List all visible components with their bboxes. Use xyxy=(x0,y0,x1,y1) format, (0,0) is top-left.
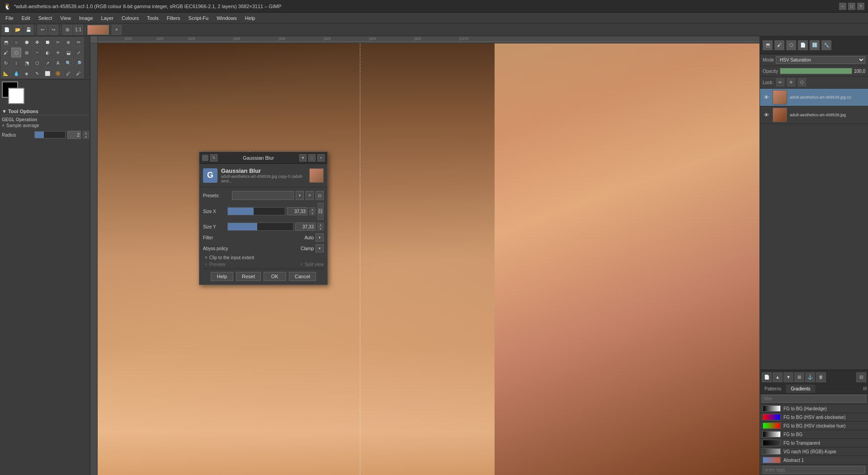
opacity-slider[interactable] xyxy=(780,68,852,74)
menu-colours[interactable]: Colours xyxy=(118,14,142,22)
cancel-button[interactable]: Cancel xyxy=(289,272,316,281)
size-y-down[interactable]: ▼ xyxy=(317,227,324,231)
dialog-edit-btn[interactable]: ✎ xyxy=(210,154,217,162)
menu-windows[interactable]: Windows xyxy=(213,14,241,22)
layer-anchor-btn[interactable]: ⚓ xyxy=(805,372,815,382)
ok-button[interactable]: OK xyxy=(264,272,286,281)
menu-layer[interactable]: Layer xyxy=(98,14,118,22)
bucket-fill-tool[interactable]: 💧 xyxy=(11,68,21,78)
close-button[interactable]: × xyxy=(857,3,864,10)
align-tool[interactable]: ⬓ xyxy=(63,48,73,57)
radius-spinner[interactable]: ▲ ▼ xyxy=(83,131,88,139)
size-y-up[interactable]: ▲ xyxy=(317,223,324,227)
xy-chain-link[interactable]: ⛓ xyxy=(317,203,324,220)
patterns-collapse-btn[interactable]: ⊟ xyxy=(862,385,868,393)
presets-save-btn[interactable]: ⊟ xyxy=(316,191,324,200)
size-x-slider[interactable] xyxy=(227,207,285,215)
layer-visibility-0[interactable]: 👁 xyxy=(763,94,770,101)
shear-tool[interactable]: ⬔ xyxy=(22,58,32,68)
open-file-icon[interactable]: 📂 xyxy=(13,25,23,35)
new-file-icon[interactable]: 📄 xyxy=(2,25,12,35)
radius-input[interactable]: 2 xyxy=(67,131,81,139)
redo-icon[interactable]: ↪ xyxy=(48,25,58,35)
layers-header-icon5[interactable]: 🔠 xyxy=(810,40,820,50)
layers-header-icon6[interactable]: 🔧 xyxy=(821,40,831,50)
pencil-tool[interactable]: ✎ xyxy=(32,68,42,78)
gradient-item-2[interactable]: FG to BG (HSV clockwise hue) xyxy=(760,422,868,430)
maximize-button[interactable]: □ xyxy=(848,3,855,10)
scale-tool[interactable]: ↕ xyxy=(11,58,21,68)
split-view-checkbox[interactable]: × xyxy=(300,262,303,267)
layers-header-icon3[interactable]: ⬡ xyxy=(786,40,796,50)
canvas-image[interactable]: ✛ xyxy=(98,43,760,475)
ellipse-select-tool[interactable]: ○ xyxy=(11,37,21,47)
crop-tool[interactable]: ⤢ xyxy=(74,48,84,57)
clone-tool[interactable]: ⊞ xyxy=(22,48,32,57)
radius-down[interactable]: ▼ xyxy=(83,135,89,139)
minimize-button[interactable]: – xyxy=(839,3,846,10)
airbrush-tool[interactable]: 🔆 xyxy=(53,68,63,78)
presets-add-btn[interactable]: + xyxy=(306,191,314,200)
layer-duplicate-btn[interactable]: ⊞ xyxy=(794,372,804,382)
rotate-tool[interactable]: ↻ xyxy=(1,58,11,68)
blend-tool[interactable]: ◈ xyxy=(22,68,32,78)
layer-item-1[interactable]: 👁 adult-aesthetics-art-458539.jpg xyxy=(760,106,868,124)
enter-tags-input[interactable] xyxy=(763,466,865,474)
dialog-close-btn[interactable]: × xyxy=(317,154,325,162)
menu-view[interactable]: View xyxy=(57,14,75,22)
title-bar-controls[interactable]: – □ × xyxy=(839,3,864,10)
fuzzy-select-tool[interactable]: ✤ xyxy=(32,37,42,47)
rectangle-select-tool[interactable]: ⬒ xyxy=(1,37,11,47)
size-x-up[interactable]: ▲ xyxy=(309,207,316,211)
tab-patterns[interactable]: Patterns xyxy=(760,385,786,393)
menu-scriptfu[interactable]: Script-Fu xyxy=(185,14,212,22)
menu-select[interactable]: Select xyxy=(35,14,56,22)
smudge-tool[interactable]: ~ xyxy=(32,48,42,57)
ink-tool[interactable]: 🖊 xyxy=(63,68,73,78)
layer-delete-btn[interactable]: 🗑 xyxy=(816,372,826,382)
size-y-spinner[interactable]: ▲ ▼ xyxy=(317,223,324,231)
help-button[interactable]: Help xyxy=(211,272,233,281)
gradients-filter-input[interactable] xyxy=(762,395,866,403)
layer-item-0[interactable]: 👁 adult-aesthetics-art-458539.jpg co xyxy=(760,89,868,106)
layer-new-btn[interactable]: 📄 xyxy=(762,372,772,382)
gradient-item-5[interactable]: VG nach HG (RGB)-Kopie xyxy=(760,447,868,456)
layers-header-icon2[interactable]: 🖌 xyxy=(774,40,784,50)
image-thumbnail[interactable] xyxy=(87,25,109,35)
lock-pixels-btn[interactable]: ✏ xyxy=(776,78,784,86)
canvas-area[interactable]: |325 |325 |325 |325 |325 |325 |325 |325 … xyxy=(90,36,760,475)
scissors-tool[interactable]: ✂ xyxy=(53,37,63,47)
color-picker-tool[interactable]: 🔍 xyxy=(63,58,73,68)
perspective-tool[interactable]: ⬡ xyxy=(32,58,42,68)
layers-header-icon4[interactable]: 📄 xyxy=(798,40,808,50)
background-color[interactable] xyxy=(8,88,24,104)
dodge-burn-tool[interactable]: ◐ xyxy=(42,48,52,57)
move-tool[interactable]: ✛ xyxy=(53,48,63,57)
size-y-input[interactable] xyxy=(295,223,316,231)
measure-tool[interactable]: 📐 xyxy=(1,68,11,78)
fg-bg-colors[interactable] xyxy=(2,81,24,104)
select-by-color-tool[interactable]: 🔲 xyxy=(42,37,52,47)
menu-edit[interactable]: Edit xyxy=(18,14,34,22)
paint-tool[interactable]: 🖌 xyxy=(1,48,11,57)
healing-tool[interactable]: ⬡ xyxy=(11,48,21,57)
clip-checkbox[interactable]: × xyxy=(205,255,208,260)
radius-up[interactable]: ▲ xyxy=(83,131,89,135)
close-image-icon[interactable]: × xyxy=(112,25,122,35)
dialog-rollup-btn[interactable]: ▼ xyxy=(299,154,307,162)
menu-filters[interactable]: Filters xyxy=(163,14,184,22)
menu-tools[interactable]: Tools xyxy=(143,14,162,22)
sample-average-checkbox[interactable]: × xyxy=(2,123,5,128)
layers-header-icon1[interactable]: ⬒ xyxy=(763,40,773,50)
eraser-tool[interactable]: ⬜ xyxy=(42,68,52,78)
size-y-slider[interactable] xyxy=(227,223,293,231)
size-x-down[interactable]: ▼ xyxy=(309,211,316,215)
save-file-icon[interactable]: 💾 xyxy=(24,25,33,35)
layer-visibility-1[interactable]: 👁 xyxy=(763,111,770,119)
radius-slider[interactable] xyxy=(34,131,66,138)
mypaint-brush-tool[interactable]: 🖋 xyxy=(74,68,84,78)
zoom-100-icon[interactable]: 1:1 xyxy=(73,25,83,35)
size-x-spinner[interactable]: ▲ ▼ xyxy=(309,207,316,215)
panel-collapse-btn[interactable]: ▼ xyxy=(2,109,7,114)
mode-dropdown[interactable]: HSV Saturation xyxy=(776,56,865,64)
